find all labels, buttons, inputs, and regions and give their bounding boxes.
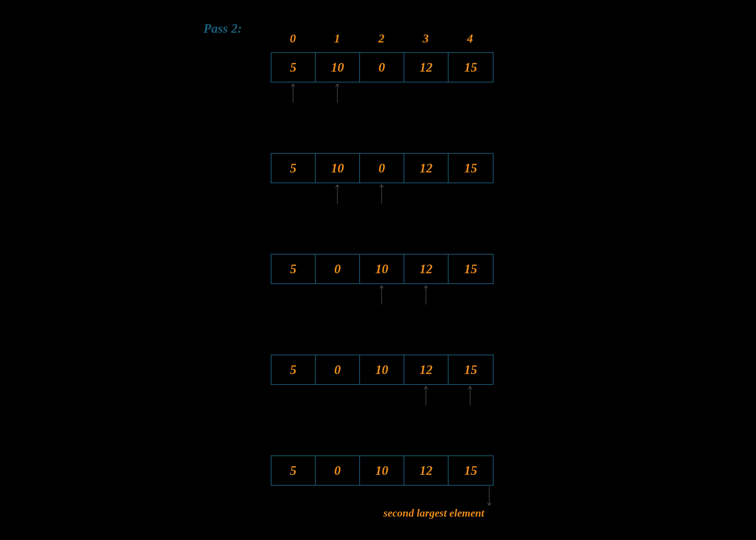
array-cell: 5 bbox=[271, 154, 316, 183]
pass-title: Pass 2: bbox=[203, 21, 242, 36]
pointer-arrow-icon bbox=[468, 386, 473, 405]
index-label: 2 bbox=[359, 32, 404, 45]
index-row: 0 1 2 3 4 bbox=[271, 32, 492, 45]
array-cell: 15 bbox=[449, 53, 493, 82]
array-cell: 12 bbox=[404, 53, 449, 82]
array-cell: 5 bbox=[271, 255, 316, 283]
array-cell: 10 bbox=[360, 255, 404, 283]
index-label: 0 bbox=[271, 32, 315, 45]
array-cell: 12 bbox=[404, 355, 449, 384]
index-label: 4 bbox=[448, 32, 492, 45]
array-step: 5 0 10 12 15 bbox=[271, 254, 494, 284]
array-cell: 10 bbox=[360, 456, 404, 485]
array-cell: 10 bbox=[316, 53, 360, 82]
array-step: 5 10 0 12 15 bbox=[271, 153, 494, 183]
caption-label: second largest element bbox=[383, 507, 484, 519]
array-cell: 0 bbox=[316, 355, 360, 384]
array-cell: 15 bbox=[449, 456, 493, 485]
array-cell: 5 bbox=[271, 53, 316, 82]
array-cell: 15 bbox=[449, 255, 493, 283]
pointer-arrow-icon bbox=[335, 83, 340, 103]
array-cell: 12 bbox=[404, 255, 449, 283]
index-label: 3 bbox=[404, 32, 448, 45]
array-step: 5 10 0 12 15 bbox=[271, 52, 494, 82]
pointer-arrow-icon bbox=[423, 386, 428, 405]
array-cell: 10 bbox=[360, 355, 404, 384]
index-label: 1 bbox=[315, 32, 359, 45]
array-cell: 15 bbox=[449, 355, 493, 384]
array-cell: 12 bbox=[404, 154, 449, 183]
array-cell: 5 bbox=[271, 355, 316, 384]
array-cell: 0 bbox=[360, 154, 404, 183]
array-cell: 10 bbox=[316, 154, 360, 183]
array-cell: 15 bbox=[449, 154, 493, 183]
array-step: 5 0 10 12 15 bbox=[271, 355, 494, 385]
array-cell: 0 bbox=[360, 53, 404, 82]
array-cell: 12 bbox=[404, 456, 449, 485]
pointer-arrow-icon bbox=[335, 184, 340, 204]
pointer-arrow-icon bbox=[379, 285, 384, 305]
array-cell: 5 bbox=[271, 456, 316, 485]
array-cell: 0 bbox=[316, 255, 360, 283]
array-step: 5 0 10 12 15 bbox=[271, 455, 494, 486]
result-arrow-icon bbox=[487, 486, 492, 506]
array-cell: 0 bbox=[316, 456, 360, 485]
pointer-arrow-icon bbox=[423, 285, 428, 305]
pointer-arrow-icon bbox=[379, 184, 384, 204]
pointer-arrow-icon bbox=[291, 83, 296, 103]
